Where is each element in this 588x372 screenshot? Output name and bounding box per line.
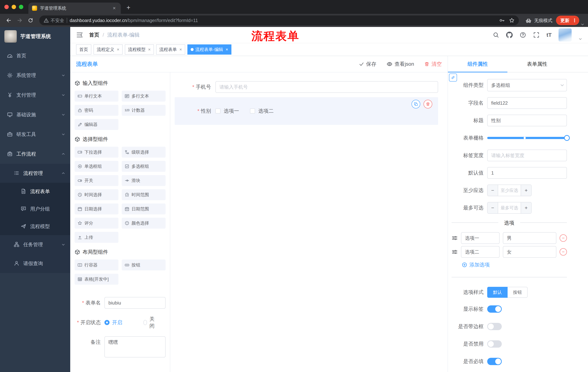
border-switch[interactable] <box>487 323 502 330</box>
remove-option-button[interactable] <box>560 248 567 255</box>
palette-item-color-picker[interactable]: 颜色选择 <box>122 218 166 229</box>
tab-close-icon[interactable]: × <box>111 5 117 11</box>
tag-home[interactable]: 首页 <box>76 44 91 55</box>
palette-item-table[interactable]: 表格[开发中] <box>74 274 118 285</box>
option-value-input[interactable] <box>503 232 556 244</box>
drag-handle-icon[interactable] <box>452 249 458 255</box>
palette-item-editor[interactable]: 编辑器 <box>74 119 118 130</box>
copy-component-button[interactable] <box>411 100 420 108</box>
tag-close-icon[interactable]: × <box>179 47 182 52</box>
breadcrumb-home[interactable]: 首页 <box>89 32 99 38</box>
slider-handle[interactable] <box>564 135 570 141</box>
palette-item-cascader[interactable]: 级联选择 <box>122 147 166 158</box>
status-on-radio[interactable]: 开启 <box>105 319 134 326</box>
field-name-input[interactable] <box>487 97 567 109</box>
remove-option-button[interactable] <box>560 234 567 242</box>
tag-process-definition[interactable]: 流程定义× <box>94 44 123 55</box>
style-button-button[interactable]: 按钮 <box>508 287 528 298</box>
link-icon[interactable] <box>449 74 457 82</box>
save-button[interactable]: 保存 <box>359 61 377 67</box>
increase-button[interactable]: + <box>521 185 531 196</box>
reload-button[interactable] <box>25 15 36 25</box>
palette-item-radio-group[interactable]: 单选框组 <box>74 161 118 172</box>
drag-handle-icon[interactable] <box>452 235 458 241</box>
browser-menu-icon[interactable]: ⋮ <box>572 18 577 23</box>
form-canvas[interactable]: 手机号 性别 <box>170 73 448 372</box>
increase-button[interactable]: + <box>521 202 531 213</box>
avatar-dropdown-chevron-icon[interactable] <box>578 37 582 41</box>
gender-field-selected[interactable]: 性别 选项一 选项二 <box>175 97 438 125</box>
sidebar-item-task-mgmt[interactable]: 任务管理 <box>0 235 70 254</box>
max-select-value[interactable]: 最多可选 <box>498 202 521 213</box>
browser-tab[interactable]: 芋道管理系统 × <box>28 2 121 14</box>
gender-option1-checkbox[interactable]: 选项一 <box>215 107 239 115</box>
fullscreen-icon[interactable] <box>533 32 540 38</box>
address-bar[interactable]: 不安全 dashboard.yudao.iocoder.cn/bpm/manag… <box>39 15 519 25</box>
sidebar-item-infrastructure[interactable]: 基础设施 <box>0 105 70 125</box>
disabled-switch[interactable] <box>487 340 502 348</box>
tag-process-form-edit[interactable]: 流程表单-编辑× <box>187 44 231 55</box>
palette-item-date-range[interactable]: 日期范围 <box>122 203 166 214</box>
toolbar-overflow-chevron-icon[interactable] <box>581 22 584 26</box>
form-remark-textarea[interactable]: 嘿嘿 <box>105 336 166 357</box>
palette-item-switch[interactable]: 开关 <box>74 175 118 186</box>
delete-component-button[interactable] <box>423 100 432 108</box>
palette-item-counter[interactable]: 123计数器 <box>122 105 166 116</box>
tag-close-icon[interactable]: × <box>117 47 119 52</box>
slider-track[interactable] <box>487 137 567 139</box>
sidebar-item-payment[interactable]: 支付管理 <box>0 85 70 105</box>
sidebar-item-workflow[interactable]: 工作流程 <box>0 144 70 164</box>
palette-item-textarea[interactable]: 多行文本 <box>122 91 166 102</box>
phone-field-row[interactable]: 手机号 <box>175 81 438 93</box>
palette-item-select[interactable]: 下拉选择 <box>74 147 118 158</box>
style-default-button[interactable]: 默认 <box>487 287 508 298</box>
palette-item-checkbox-group[interactable]: 多选框组 <box>122 161 166 172</box>
min-select-value[interactable]: 至少应选 <box>498 185 521 196</box>
palette-item-single-text[interactable]: 单行文本 <box>74 91 118 102</box>
palette-item-button[interactable]: 按钮 <box>122 260 166 270</box>
form-name-input[interactable] <box>105 297 166 309</box>
sidebar-item-leave-query[interactable]: 请假查询 <box>0 254 70 273</box>
decrease-button[interactable]: − <box>488 185 498 196</box>
user-avatar[interactable] <box>558 28 572 42</box>
palette-item-time-picker[interactable]: 时间选择 <box>74 189 118 200</box>
add-option-button[interactable]: 添加选项 <box>462 261 567 268</box>
tag-close-icon[interactable]: × <box>148 47 151 52</box>
sidebar-item-user-groups[interactable]: 用户分组 <box>0 200 70 218</box>
decrease-button[interactable]: − <box>488 202 498 213</box>
option-name-input[interactable] <box>461 232 500 244</box>
sidebar-item-process-model[interactable]: 流程模型 <box>0 218 70 235</box>
back-button[interactable] <box>4 15 14 25</box>
gender-option2-checkbox[interactable]: 选项二 <box>250 107 274 115</box>
sidebar-item-process-form[interactable]: 流程表单 <box>0 183 70 200</box>
github-icon[interactable] <box>506 32 513 38</box>
sidebar-item-home[interactable]: 首页 <box>0 46 70 65</box>
form-grid-slider[interactable] <box>487 132 567 144</box>
option-value-input[interactable] <box>503 246 556 258</box>
option-name-input[interactable] <box>461 246 500 258</box>
component-type-select[interactable]: 多选框组 <box>487 79 567 91</box>
palette-item-row-container[interactable]: 行容器 <box>74 260 118 270</box>
security-warning[interactable]: 不安全 <box>44 18 64 23</box>
sidebar-item-process-mgmt[interactable]: 流程管理 <box>0 164 70 183</box>
label-width-input[interactable] <box>487 149 567 161</box>
sidebar-item-devtools[interactable]: 研发工具 <box>0 125 70 144</box>
status-off-radio[interactable]: 关闭 <box>143 316 156 329</box>
palette-item-password[interactable]: 密码 <box>74 105 118 116</box>
sidebar-collapse-icon[interactable] <box>76 31 83 39</box>
phone-input[interactable] <box>215 81 438 93</box>
tag-process-form[interactable]: 流程表单× <box>156 44 185 55</box>
help-icon[interactable] <box>520 32 526 38</box>
default-value-input[interactable] <box>487 167 567 179</box>
sidebar-logo[interactable]: 芋道管理系统 <box>0 27 70 46</box>
minimize-window-button[interactable] <box>12 5 16 9</box>
forward-button[interactable] <box>15 15 25 25</box>
show-label-switch[interactable] <box>487 305 502 313</box>
font-size-icon[interactable]: tT <box>546 32 552 38</box>
password-key-icon[interactable] <box>499 18 505 23</box>
palette-item-upload[interactable]: 上传 <box>74 232 118 243</box>
palette-item-date-picker[interactable]: 日期选择 <box>74 203 118 214</box>
bookmark-star-icon[interactable] <box>509 18 514 23</box>
clear-button[interactable]: 清空 <box>424 61 442 67</box>
new-tab-button[interactable]: + <box>124 3 133 12</box>
